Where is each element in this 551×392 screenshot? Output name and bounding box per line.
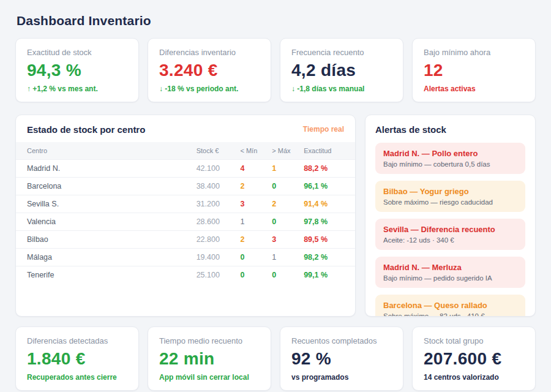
alert-item: Madrid N. — Merluza Bajo mínimo — pedido… xyxy=(375,257,525,288)
kpi-label: Stock total grupo xyxy=(424,336,524,345)
stock-cell: 28.600 xyxy=(193,213,237,230)
stock-cell: 25.100 xyxy=(193,266,237,284)
centro-cell: Madrid N. xyxy=(16,159,193,177)
kpi-value: 12 xyxy=(424,61,524,80)
alert-item: Madrid N. — Pollo entero Bajo mínimo — c… xyxy=(375,143,525,174)
kpi-label: Diferencias inventario xyxy=(159,48,260,57)
kpi-sublabel: vs programados xyxy=(291,373,392,382)
kpi-card-diferencias-detectadas: Diferencias detectadas 1.840 € Recuperad… xyxy=(15,326,139,391)
kpi-sublabel: 14 centros valorizado xyxy=(424,373,524,382)
alert-item: Bilbao — Yogur griego Sobre máximo — rie… xyxy=(375,181,525,212)
kpi-value: 94,3 % xyxy=(27,61,127,80)
kpi-value: 3.240 € xyxy=(159,61,260,80)
alert-title: Madrid N. — Pollo entero xyxy=(383,149,517,158)
exactitud-cell: 88,2 % xyxy=(300,159,355,177)
stock-alerts-panel: Alertas de stock Madrid N. — Pollo enter… xyxy=(365,115,536,317)
centro-cell: Sevilla S. xyxy=(16,195,193,213)
stock-cell: 22.800 xyxy=(193,230,237,248)
max-cell: 1 xyxy=(268,159,300,177)
kpi-label: Recuentos completados xyxy=(291,336,392,345)
max-cell: 1 xyxy=(268,248,300,266)
kpi-sublabel: App móvil sin cerrar local xyxy=(159,373,260,382)
kpi-alert-count-label: Alertas activas xyxy=(424,85,524,93)
column-header-max: > Máx xyxy=(268,142,300,160)
min-cell: 2 xyxy=(236,177,268,195)
exactitud-cell: 89,5 % xyxy=(300,230,355,248)
kpi-sublabel: Recuperados antes cierre xyxy=(27,373,127,382)
column-header-exactitud: Exactitud xyxy=(300,142,355,160)
kpi-label: Exactitud de stock xyxy=(27,48,127,57)
dashboard-page: Dashboard Inventario Exactitud de stock … xyxy=(0,0,551,391)
centro-cell: Valencia xyxy=(16,213,193,230)
kpi-label: Tiempo medio recuento xyxy=(159,336,260,345)
stock-cell: 38.400 xyxy=(193,177,237,195)
max-cell: 0 xyxy=(268,177,300,195)
min-cell: 2 xyxy=(236,230,268,248)
min-cell: 1 xyxy=(236,213,268,230)
centro-cell: Málaga xyxy=(16,248,193,266)
kpi-trend: ↓ -18 % vs periodo ant. xyxy=(159,85,260,93)
min-cell: 0 xyxy=(236,266,268,284)
kpi-value: 22 min xyxy=(159,350,260,369)
stock-cell: 42.100 xyxy=(193,159,237,177)
page-title: Dashboard Inventario xyxy=(17,13,534,28)
exactitud-cell: 99,1 % xyxy=(300,266,355,284)
table-row: Sevilla S. 31.200 3 2 91,4 % xyxy=(16,195,355,213)
stock-table-title: Estado de stock por centro xyxy=(27,124,145,135)
kpi-top-row: Exactitud de stock 94,3 % ↑ +1,2 % vs me… xyxy=(15,38,536,102)
column-header-stock: Stock € xyxy=(193,142,237,160)
table-row: Barcelona 38.400 2 0 96,1 % xyxy=(16,177,355,195)
kpi-value: 4,2 días xyxy=(291,61,392,80)
realtime-badge: Tiempo real xyxy=(303,125,344,134)
column-header-min: < Mín xyxy=(236,142,268,160)
kpi-label: Diferencias detectadas xyxy=(27,336,127,345)
max-cell: 0 xyxy=(268,213,300,230)
stock-table-card: Estado de stock por centro Tiempo real C… xyxy=(15,115,356,317)
kpi-label: Frecuencia recuento xyxy=(291,48,392,57)
kpi-bottom-row: Diferencias detectadas 1.840 € Recuperad… xyxy=(15,326,536,391)
centro-cell: Barcelona xyxy=(16,177,193,195)
max-cell: 2 xyxy=(268,195,300,213)
table-row: Málaga 19.400 0 1 98,2 % xyxy=(16,248,355,266)
max-cell: 0 xyxy=(268,266,300,284)
exactitud-cell: 96,1 % xyxy=(300,177,355,195)
min-cell: 4 xyxy=(236,159,268,177)
kpi-label: Bajo mínimo ahora xyxy=(424,48,524,57)
alert-title: Barcelona — Queso rallado xyxy=(383,301,517,310)
alert-item: Barcelona — Queso rallado Sobre máximo —… xyxy=(375,295,525,317)
kpi-card-recuentos-completados: Recuentos completados 92 % vs programado… xyxy=(280,326,403,391)
stock-cell: 19.400 xyxy=(193,248,237,266)
kpi-card-diferencias: Diferencias inventario 3.240 € ↓ -18 % v… xyxy=(148,38,271,102)
kpi-card-tiempo-medio: Tiempo medio recuento 22 min App móvil s… xyxy=(148,326,271,391)
centro-cell: Bilbao xyxy=(16,230,193,248)
kpi-value: 92 % xyxy=(291,350,392,369)
kpi-card-bajo-minimo: Bajo mínimo ahora 12 Alertas activas xyxy=(412,38,536,102)
kpi-value: 207.600 € xyxy=(424,350,524,369)
alert-subtitle: Aceite: -12 uds · 340 € xyxy=(383,236,517,244)
min-cell: 3 xyxy=(236,195,268,213)
table-row: Tenerife 25.100 0 0 99,1 % xyxy=(16,266,355,284)
alert-subtitle: Sobre máximo — 82 uds · 410 € xyxy=(383,312,517,317)
kpi-trend: ↓ -1,8 días vs manual xyxy=(291,85,392,93)
alert-subtitle: Sobre máximo — riesgo caducidad xyxy=(383,198,517,206)
alert-title: Madrid N. — Merluza xyxy=(383,263,517,272)
kpi-card-stock-total: Stock total grupo 207.600 € 14 centros v… xyxy=(412,326,536,391)
alert-subtitle: Bajo mínimo — pedido sugerido IA xyxy=(383,274,517,282)
alert-item: Sevilla — Diferencia recuento Aceite: -1… xyxy=(375,219,525,250)
table-row: Valencia 28.600 1 0 97,8 % xyxy=(16,213,355,230)
kpi-card-frecuencia: Frecuencia recuento 4,2 días ↓ -1,8 días… xyxy=(280,38,403,102)
stock-table-header: Estado de stock por centro Tiempo real xyxy=(16,115,355,142)
main-section: Estado de stock por centro Tiempo real C… xyxy=(15,115,536,317)
table-row: Bilbao 22.800 2 3 89,5 % xyxy=(16,230,355,248)
alert-title: Bilbao — Yogur griego xyxy=(383,187,517,196)
max-cell: 3 xyxy=(268,230,300,248)
alert-subtitle: Bajo mínimo — cobertura 0,5 días xyxy=(383,160,517,168)
stock-table-columns-row: Centro Stock € < Mín > Máx Exactitud xyxy=(16,142,355,160)
exactitud-cell: 98,2 % xyxy=(300,248,355,266)
stock-table: Centro Stock € < Mín > Máx Exactitud Mad… xyxy=(16,142,355,284)
stock-cell: 31.200 xyxy=(193,195,237,213)
alerts-panel-title: Alertas de stock xyxy=(375,124,525,135)
alert-title: Sevilla — Diferencia recuento xyxy=(383,225,517,234)
column-header-centro: Centro xyxy=(16,142,193,160)
kpi-trend: ↑ +1,2 % vs mes ant. xyxy=(27,85,127,93)
